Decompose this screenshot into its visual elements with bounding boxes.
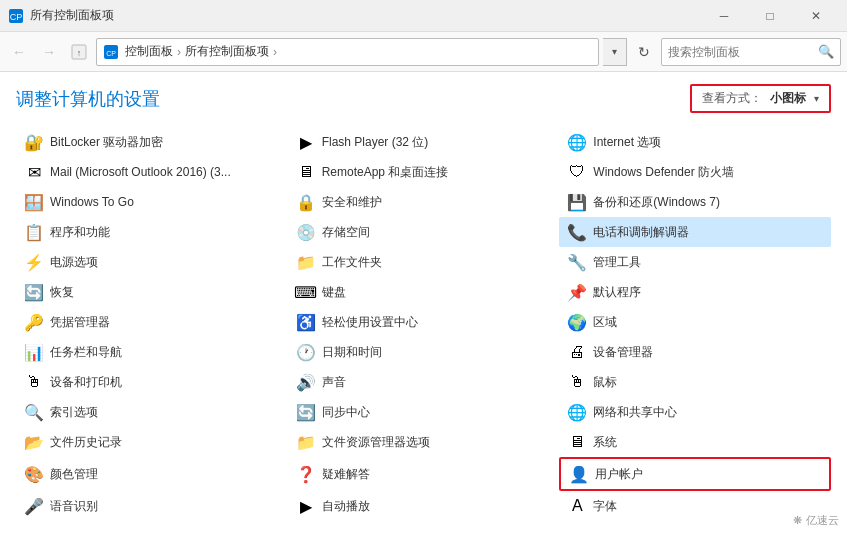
icon-system: 🖥 (567, 432, 587, 452)
refresh-button[interactable]: ↻ (631, 39, 657, 65)
view-mode-selector[interactable]: 查看方式： 小图标 ▾ (690, 84, 831, 113)
minimize-button[interactable]: ─ (701, 0, 747, 32)
item-internet[interactable]: 🌐Internet 选项 (559, 127, 831, 157)
back-button[interactable]: ← (6, 39, 32, 65)
label-flash: Flash Player (32 位) (322, 134, 429, 151)
label-user: 用户帐户 (595, 466, 643, 483)
item-windowstogo[interactable]: 🪟Windows To Go (16, 187, 288, 217)
icon-credential: 🔑 (24, 312, 44, 332)
icon-bitlocker: 🔐 (24, 132, 44, 152)
label-system: 系统 (593, 434, 617, 451)
crumb-1: 控制面板 (125, 43, 173, 60)
item-taskbar[interactable]: 📊任务栏和导航 (16, 337, 288, 367)
label-security: 安全和维护 (322, 194, 382, 211)
icon-sync: 🔄 (296, 402, 316, 422)
up-button[interactable]: ↑ (66, 39, 92, 65)
item-bitlocker[interactable]: 🔐BitLocker 驱动器加密 (16, 127, 288, 157)
label-taskbar: 任务栏和导航 (50, 344, 122, 361)
icon-taskbar: 📊 (24, 342, 44, 362)
content-area: 调整计算机的设置 查看方式： 小图标 ▾ 🔐BitLocker 驱动器加密▶Fl… (0, 72, 847, 536)
icon-default: 📌 (567, 282, 587, 302)
item-troubleshoot[interactable]: ❓疑难解答 (288, 457, 560, 491)
item-default[interactable]: 📌默认程序 (559, 277, 831, 307)
item-keyboard[interactable]: ⌨键盘 (288, 277, 560, 307)
watermark-text: 亿速云 (806, 513, 839, 528)
icon-workfolder: 📁 (296, 252, 316, 272)
icon-defender: 🛡 (567, 162, 587, 182)
icon-devmgr: 🖨 (567, 342, 587, 362)
label-sound: 声音 (322, 374, 346, 391)
search-icon: 🔍 (818, 44, 834, 59)
item-security[interactable]: 🔒安全和维护 (288, 187, 560, 217)
items-grid: 🔐BitLocker 驱动器加密▶Flash Player (32 位)🌐Int… (16, 127, 831, 521)
forward-button[interactable]: → (36, 39, 62, 65)
crumb-sep-1: › (177, 45, 181, 59)
label-windowstogo: Windows To Go (50, 195, 134, 209)
item-user[interactable]: 👤用户帐户 (559, 457, 831, 491)
icon-phone: 📞 (567, 222, 587, 242)
item-font[interactable]: A字体 (559, 491, 831, 521)
item-defender[interactable]: 🛡Windows Defender 防火墙 (559, 157, 831, 187)
item-deviceprint[interactable]: 🖱设备和打印机 (16, 367, 288, 397)
close-button[interactable]: ✕ (793, 0, 839, 32)
label-region: 区域 (593, 314, 617, 331)
addressbar: ← → ↑ CP 控制面板 › 所有控制面板项 › ▾ ↻ 🔍 (0, 32, 847, 72)
item-storage[interactable]: 💿存储空间 (288, 217, 560, 247)
item-system[interactable]: 🖥系统 (559, 427, 831, 457)
icon-user: 👤 (569, 464, 589, 484)
crumb-sep-2: › (273, 45, 277, 59)
view-mode-arrow: ▾ (814, 93, 819, 104)
item-mouse[interactable]: 🖱鼠标 (559, 367, 831, 397)
item-sync[interactable]: 🔄同步中心 (288, 397, 560, 427)
item-index[interactable]: 🔍索引选项 (16, 397, 288, 427)
item-filemanager[interactable]: 📁文件资源管理器选项 (288, 427, 560, 457)
item-sound[interactable]: 🔊声音 (288, 367, 560, 397)
content-header: 调整计算机的设置 查看方式： 小图标 ▾ (16, 84, 831, 113)
item-color[interactable]: 🎨颜色管理 (16, 457, 288, 491)
item-backup[interactable]: 💾备份和还原(Windows 7) (559, 187, 831, 217)
item-region[interactable]: 🌍区域 (559, 307, 831, 337)
item-devmgr[interactable]: 🖨设备管理器 (559, 337, 831, 367)
icon-flash: ▶ (296, 132, 316, 152)
label-color: 颜色管理 (50, 466, 98, 483)
label-filemanager: 文件资源管理器选项 (322, 434, 430, 451)
label-workfolder: 工作文件夹 (322, 254, 382, 271)
item-remoteapp[interactable]: 🖥RemoteApp 和桌面连接 (288, 157, 560, 187)
label-recovery: 恢复 (50, 284, 74, 301)
titlebar: CP 所有控制面板项 ─ □ ✕ (0, 0, 847, 32)
icon-sound: 🔊 (296, 372, 316, 392)
label-power: 电源选项 (50, 254, 98, 271)
search-box[interactable]: 🔍 (661, 38, 841, 66)
item-autoplay[interactable]: ▶自动播放 (288, 491, 560, 521)
label-prog: 程序和功能 (50, 224, 110, 241)
label-internet: Internet 选项 (593, 134, 661, 151)
address-dropdown[interactable]: ▾ (603, 38, 627, 66)
item-credential[interactable]: 🔑凭据管理器 (16, 307, 288, 337)
icon-datetime: 🕐 (296, 342, 316, 362)
item-filehistory[interactable]: 📂文件历史记录 (16, 427, 288, 457)
item-mail[interactable]: ✉Mail (Microsoft Outlook 2016) (3... (16, 157, 288, 187)
item-prog[interactable]: 📋程序和功能 (16, 217, 288, 247)
icon-tools: 🔧 (567, 252, 587, 272)
item-phone[interactable]: 📞电话和调制解调器 (559, 217, 831, 247)
item-flash[interactable]: ▶Flash Player (32 位) (288, 127, 560, 157)
item-recovery[interactable]: 🔄恢复 (16, 277, 288, 307)
label-devmgr: 设备管理器 (593, 344, 653, 361)
item-power[interactable]: ⚡电源选项 (16, 247, 288, 277)
maximize-button[interactable]: □ (747, 0, 793, 32)
item-tools[interactable]: 🔧管理工具 (559, 247, 831, 277)
icon-font: A (567, 496, 587, 516)
icon-deviceprint: 🖱 (24, 372, 44, 392)
svg-text:↑: ↑ (77, 48, 82, 58)
item-easyaccess[interactable]: ♿轻松使用设置中心 (288, 307, 560, 337)
label-remoteapp: RemoteApp 和桌面连接 (322, 164, 449, 181)
item-network[interactable]: 🌐网络和共享中心 (559, 397, 831, 427)
item-workfolder[interactable]: 📁工作文件夹 (288, 247, 560, 277)
search-input[interactable] (668, 45, 818, 59)
address-box[interactable]: CP 控制面板 › 所有控制面板项 › (96, 38, 599, 66)
item-datetime[interactable]: 🕐日期和时间 (288, 337, 560, 367)
icon-backup: 💾 (567, 192, 587, 212)
item-speech[interactable]: 🎤语音识别 (16, 491, 288, 521)
icon-storage: 💿 (296, 222, 316, 242)
label-sync: 同步中心 (322, 404, 370, 421)
